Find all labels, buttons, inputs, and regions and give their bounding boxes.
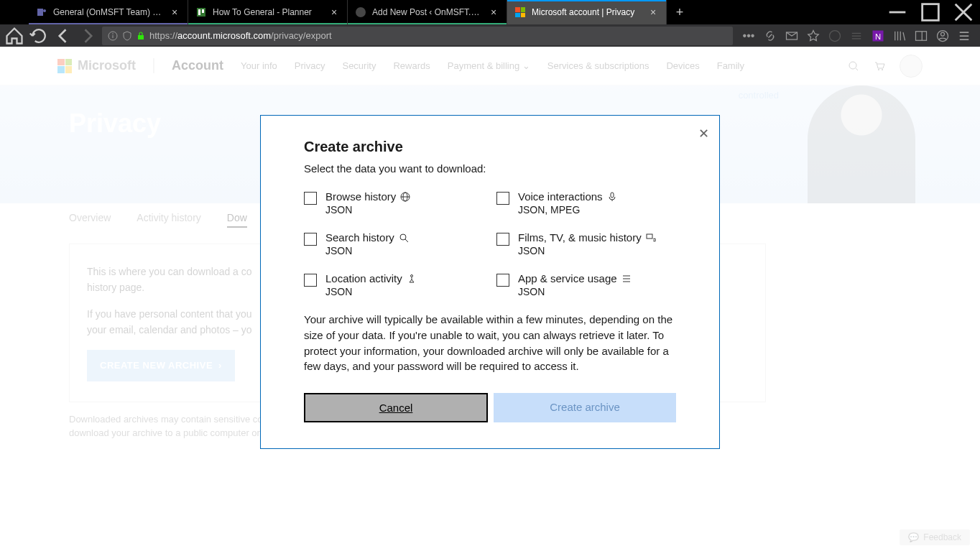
star-icon[interactable] [806, 29, 820, 43]
minimize-icon[interactable] [881, 0, 914, 24]
onenote-icon[interactable]: N [871, 29, 885, 43]
window-controls [881, 0, 980, 24]
browser-tab[interactable]: General (OnMSFT Team) | Micr × [29, 0, 188, 24]
svg-rect-2 [197, 8, 205, 17]
checkbox-label: Voice interactions [518, 190, 603, 203]
close-icon[interactable]: ✕ [698, 126, 709, 142]
checkbox-format: JSON [325, 204, 410, 216]
checkbox-grid: Browse history JSON Voice interactions J… [304, 190, 676, 297]
svg-rect-29 [611, 193, 614, 198]
cancel-button[interactable]: Cancel [304, 393, 488, 422]
modal-title: Create archive [304, 139, 676, 155]
svg-point-15 [830, 30, 841, 41]
info-icon[interactable] [108, 31, 118, 41]
menu-icon[interactable] [957, 29, 971, 43]
modal-buttons: Cancel Create archive [304, 393, 676, 422]
back-icon[interactable] [53, 26, 73, 46]
wordpress-icon [355, 6, 366, 18]
svg-rect-7 [923, 4, 939, 21]
svg-point-30 [400, 234, 406, 240]
list-icon [621, 274, 632, 284]
home-icon[interactable] [4, 26, 24, 46]
checkbox-icon[interactable] [304, 274, 317, 287]
svg-point-21 [941, 32, 945, 36]
svg-rect-18 [916, 31, 927, 40]
browser-chrome: General (OnMSFT Team) | Micr × How To Ge… [0, 0, 980, 47]
checkbox-format: JSON [518, 245, 656, 256]
reload-icon[interactable] [29, 26, 49, 46]
checkbox-icon[interactable] [304, 233, 317, 246]
lock-icon [137, 32, 145, 40]
svg-rect-3 [198, 9, 200, 15]
media-icon [646, 233, 656, 243]
link-icon[interactable] [763, 29, 777, 43]
location-icon [407, 274, 417, 284]
search-icon [399, 233, 409, 243]
extension-icon[interactable] [849, 29, 864, 43]
svg-rect-0 [37, 9, 43, 16]
browser-tab[interactable]: Add New Post ‹ OnMSFT.com — W × [348, 0, 507, 24]
shield-icon[interactable] [122, 31, 132, 41]
forward-icon [78, 26, 98, 46]
checkbox-format: JSON [325, 245, 409, 256]
teams-icon [36, 6, 47, 18]
tab-bar: General (OnMSFT Team) | Micr × How To Ge… [0, 0, 980, 24]
modal-backdrop: ✕ Create archive Select the data you wan… [0, 47, 980, 551]
tab-title: Microsoft account | Privacy [532, 7, 642, 17]
checkbox-media[interactable]: Films, TV, & music history JSON [496, 231, 676, 256]
create-archive-submit-button[interactable]: Create archive [494, 393, 676, 422]
url-text: https://account.microsoft.com/privacy/ex… [149, 30, 332, 41]
checkbox-label: App & service usage [518, 272, 617, 284]
extension-icon[interactable] [828, 29, 842, 43]
modal-subtitle: Select the data you want to download: [304, 162, 676, 175]
tab-title: Add New Post ‹ OnMSFT.com — W [372, 7, 482, 17]
svg-point-33 [410, 274, 412, 277]
svg-rect-4 [202, 9, 204, 13]
browser-tab[interactable]: How To General - Planner × [188, 0, 348, 24]
address-bar: https://account.microsoft.com/privacy/ex… [0, 24, 980, 47]
window-close-icon[interactable] [947, 0, 980, 24]
checkbox-browse-history[interactable]: Browse history JSON [304, 190, 484, 216]
more-icon[interactable]: ••• [741, 29, 756, 43]
maximize-icon[interactable] [914, 0, 947, 24]
sidebar-icon[interactable] [914, 29, 928, 43]
checkbox-icon[interactable] [496, 233, 509, 246]
browser-tab-active[interactable]: Microsoft account | Privacy × [507, 0, 667, 24]
microsoft-icon [514, 6, 526, 18]
checkbox-icon[interactable] [496, 192, 509, 205]
svg-point-5 [356, 7, 366, 17]
create-archive-modal: ✕ Create archive Select the data you wan… [260, 115, 720, 449]
globe-icon [400, 192, 410, 202]
svg-point-1 [43, 9, 46, 12]
checkbox-icon[interactable] [496, 274, 509, 287]
checkbox-location[interactable]: Location activity JSON [304, 272, 484, 297]
checkbox-voice[interactable]: Voice interactions JSON, MPEG [496, 190, 676, 216]
mail-icon[interactable] [785, 29, 799, 43]
checkbox-search[interactable]: Search history JSON [304, 231, 484, 256]
library-icon[interactable] [892, 29, 907, 43]
checkbox-label: Location activity [325, 272, 402, 284]
close-icon[interactable]: × [169, 6, 180, 18]
svg-line-31 [405, 239, 408, 242]
close-icon[interactable]: × [328, 6, 340, 18]
close-icon[interactable]: × [647, 6, 659, 18]
checkbox-icon[interactable] [304, 192, 317, 205]
checkbox-format: JSON, MPEG [518, 204, 617, 216]
svg-rect-13 [138, 35, 144, 40]
url-input[interactable]: https://account.microsoft.com/privacy/ex… [102, 27, 733, 45]
svg-rect-32 [647, 234, 652, 239]
account-icon[interactable] [935, 29, 950, 43]
checkbox-label: Films, TV, & music history [518, 231, 642, 244]
mic-icon [607, 192, 617, 202]
checkbox-app-usage[interactable]: App & service usage JSON [496, 272, 676, 297]
svg-text:N: N [875, 32, 881, 41]
checkbox-label: Search history [325, 231, 394, 244]
tab-title: How To General - Planner [213, 7, 323, 17]
close-icon[interactable]: × [488, 6, 499, 18]
tab-title: General (OnMSFT Team) | Micr [53, 7, 163, 17]
planner-icon [195, 6, 207, 18]
new-tab-button[interactable]: + [670, 2, 690, 22]
checkbox-format: JSON [325, 286, 417, 297]
checkbox-label: Browse history [325, 190, 396, 203]
svg-point-12 [112, 33, 114, 34]
